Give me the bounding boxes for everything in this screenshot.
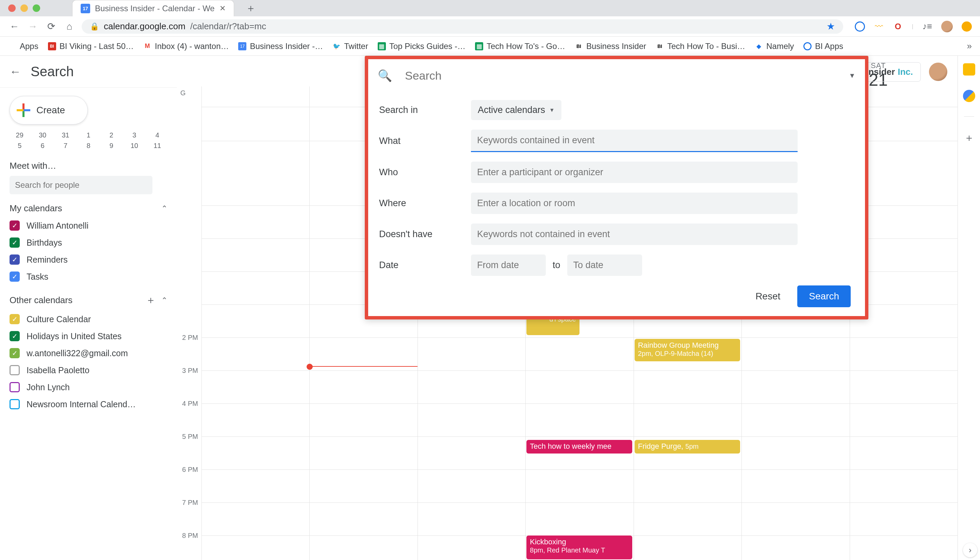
calendar-checkbox[interactable]: ✓ xyxy=(10,220,20,231)
extension-icon[interactable]: 〰 xyxy=(874,22,884,32)
add-panel-icon[interactable]: ＋ xyxy=(964,131,974,145)
mini-cal-day[interactable]: 1 xyxy=(77,131,100,140)
mini-cal-day[interactable]: 2 xyxy=(100,131,123,140)
from-date-input[interactable] xyxy=(471,255,546,276)
event[interactable]: Rainbow Group Meeting 2pm, OLP-9-Matcha … xyxy=(635,339,740,361)
calendar-item[interactable]: ✓Culture Calendar xyxy=(10,311,167,328)
where-input[interactable] xyxy=(471,193,798,214)
window-close-button[interactable] xyxy=(8,4,16,12)
reset-button[interactable]: Reset xyxy=(748,285,788,307)
event[interactable]: Tech how to weekly mee xyxy=(527,440,632,453)
close-icon[interactable]: ✕ xyxy=(220,4,226,13)
meet-with-input[interactable] xyxy=(10,176,152,194)
bookmark-item[interactable]: BIBusiness Insider xyxy=(575,42,646,51)
bookmark-item[interactable]: Apps xyxy=(8,42,38,51)
bookmark-overflow-button[interactable]: » xyxy=(967,41,972,52)
star-icon[interactable]: ★ xyxy=(827,21,835,32)
extension-icon[interactable] xyxy=(855,22,865,32)
dropdown-toggle-icon[interactable]: ▼ xyxy=(848,72,855,80)
what-input[interactable] xyxy=(471,130,798,152)
search-input[interactable] xyxy=(405,69,836,82)
update-icon[interactable] xyxy=(962,22,972,32)
calendar-checkbox[interactable]: ✓ xyxy=(10,365,20,375)
mini-cal-day[interactable]: 11 xyxy=(146,141,169,150)
calendar-item[interactable]: ✓w.antonelli322@gmail.com xyxy=(10,345,167,362)
calendar-item[interactable]: ✓Reminders xyxy=(10,251,167,268)
calendar-checkbox[interactable]: ✓ xyxy=(10,399,20,409)
bookmark-item[interactable]: 🐦Twitter xyxy=(332,42,368,51)
event[interactable]: Kickboxing 8pm, Red Planet Muay T xyxy=(527,535,632,559)
extension-icon[interactable]: O xyxy=(893,22,903,32)
nav-forward-icon[interactable]: → xyxy=(27,21,39,32)
mini-cal-day[interactable]: 9 xyxy=(100,141,123,150)
doesnt-have-input[interactable] xyxy=(471,223,798,245)
keep-icon[interactable] xyxy=(963,63,975,75)
calendar-checkbox[interactable]: ✓ xyxy=(10,314,20,324)
event-title: Rainbow Group Meeting xyxy=(638,341,737,350)
add-calendar-icon[interactable]: ＋ xyxy=(146,293,156,307)
bookmark-item[interactable]: BITech How To - Busi… xyxy=(656,42,745,51)
bookmark-item[interactable]: MInbox (4) - wanton… xyxy=(143,42,229,51)
bookmark-item[interactable]: ▦Top Picks Guides -… xyxy=(378,42,465,51)
calendar-item[interactable]: ✓Isabella Paoletto xyxy=(10,362,167,379)
day-column[interactable] xyxy=(202,87,309,560)
bookmark-item[interactable]: BI Apps xyxy=(803,42,843,51)
mini-cal-day[interactable]: 8 xyxy=(77,141,100,150)
search-button[interactable]: Search xyxy=(797,285,851,307)
nav-home-icon[interactable]: ⌂ xyxy=(63,21,75,32)
search-in-select[interactable]: Active calendars▼ xyxy=(471,100,562,120)
nav-reload-icon[interactable]: ⟳ xyxy=(45,21,57,32)
expand-panel-button[interactable]: › xyxy=(963,543,977,557)
meet-with-label: Meet with… xyxy=(0,157,177,173)
bookmark-label: Top Picks Guides -… xyxy=(389,42,465,51)
mini-cal-day[interactable]: 10 xyxy=(123,141,146,150)
other-calendars-header[interactable]: Other calendars ＋ ⌃ xyxy=(0,287,177,308)
calendar-checkbox[interactable]: ✓ xyxy=(10,255,20,265)
calendar-item[interactable]: ✓Birthdays xyxy=(10,234,167,251)
mini-calendar[interactable]: 2930311234 567891011 xyxy=(8,131,169,150)
calendar-item[interactable]: ✓John Lynch xyxy=(10,379,167,396)
calendar-item[interactable]: ✓Newsroom Internal Calend… xyxy=(10,396,167,413)
chevron-up-icon: ⌃ xyxy=(161,204,167,213)
nav-back-icon[interactable]: ← xyxy=(8,21,20,32)
mini-cal-day[interactable]: 4 xyxy=(146,131,169,140)
calendar-item[interactable]: ✓Holidays in United States xyxy=(10,328,167,345)
mini-cal-day[interactable]: 30 xyxy=(31,131,54,140)
calendar-name: Reminders xyxy=(27,255,68,265)
create-button[interactable]: Create xyxy=(10,96,88,125)
time-label: 7 PM xyxy=(182,499,198,507)
calendar-checkbox[interactable]: ✓ xyxy=(10,237,20,248)
url-input[interactable]: 🔒 calendar.google.com/calendar/r?tab=mc … xyxy=(82,19,843,34)
bookmark-item[interactable]: ◆Namely xyxy=(755,42,794,51)
to-date-input[interactable] xyxy=(567,255,642,276)
media-icon[interactable]: ♪≡ xyxy=(922,22,932,32)
browser-tab[interactable]: 17 Business Insider - Calendar - We ✕ xyxy=(72,0,234,16)
bookmark-item[interactable]: 17Business Insider -… xyxy=(238,42,323,51)
mini-cal-day[interactable]: 31 xyxy=(54,131,77,140)
new-tab-button[interactable]: ＋ xyxy=(246,2,256,15)
profile-avatar[interactable] xyxy=(941,21,953,32)
bookmark-item[interactable]: ▦Tech How To's - Go… xyxy=(475,42,565,51)
tasks-icon[interactable] xyxy=(963,90,975,102)
window-minimize-button[interactable] xyxy=(20,4,28,12)
event[interactable]: Fridge Purge, 5pm xyxy=(635,440,740,453)
calendar-item[interactable]: ✓William Antonelli xyxy=(10,217,167,234)
calendar-checkbox[interactable]: ✓ xyxy=(10,348,20,358)
calendar-checkbox[interactable]: ✓ xyxy=(10,331,20,341)
calendar-item[interactable]: ✓Tasks xyxy=(10,268,167,285)
mini-cal-day[interactable]: 7 xyxy=(54,141,77,150)
calendar-checkbox[interactable]: ✓ xyxy=(10,382,20,392)
bookmark-label: Namely xyxy=(766,42,794,51)
my-calendars-header[interactable]: My calendars ⌃ xyxy=(0,197,177,215)
back-button[interactable]: ← xyxy=(10,65,21,78)
account-avatar[interactable] xyxy=(929,63,947,81)
mini-cal-day[interactable]: 6 xyxy=(31,141,54,150)
who-input[interactable] xyxy=(471,162,798,183)
mini-cal-day[interactable]: 5 xyxy=(8,141,31,150)
mini-cal-day[interactable]: 3 xyxy=(123,131,146,140)
mini-cal-day[interactable]: 29 xyxy=(8,131,31,140)
window-zoom-button[interactable] xyxy=(33,4,40,12)
search-icon[interactable]: 🔍 xyxy=(378,69,392,82)
bookmark-item[interactable]: BIBI Viking - Last 50… xyxy=(48,42,134,51)
calendar-checkbox[interactable]: ✓ xyxy=(10,272,20,282)
